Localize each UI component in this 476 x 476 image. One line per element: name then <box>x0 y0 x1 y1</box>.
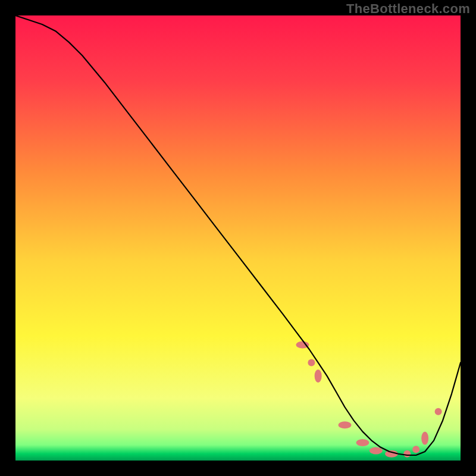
watermark-text: TheBottleneck.com <box>346 1 470 17</box>
marker-dot <box>435 408 442 415</box>
marker-dot <box>369 447 383 455</box>
marker-dot <box>356 439 369 446</box>
marker-dot <box>403 450 411 458</box>
marker-dot <box>308 359 315 366</box>
chart-frame: TheBottleneck.com <box>0 0 476 476</box>
marker-dot <box>412 446 419 453</box>
plot-area <box>15 15 461 461</box>
gradient-bg <box>15 15 461 461</box>
chart-svg <box>15 15 461 461</box>
marker-dot <box>421 432 428 445</box>
marker-dot <box>339 421 352 428</box>
marker-dot <box>315 369 322 383</box>
